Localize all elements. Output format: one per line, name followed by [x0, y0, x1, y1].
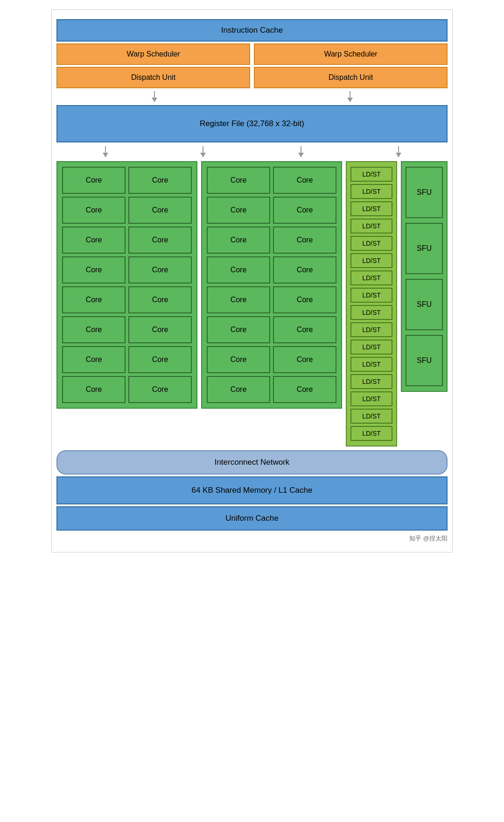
interconnect-label: Interconnect Network [215, 458, 290, 467]
core-2a-8: Core [207, 376, 270, 403]
main-content-row: Core Core Core Core Core Core Core Core … [56, 161, 448, 446]
core-2a-5: Core [207, 286, 270, 313]
warp-scheduler-1-block: Warp Scheduler [56, 43, 250, 65]
ldst-10: LD/ST [350, 322, 392, 337]
register-file-block: Register File (32,768 x 32-bit) [56, 105, 448, 142]
uniform-cache-block: Uniform Cache [56, 506, 448, 531]
core-2a-3: Core [207, 227, 270, 254]
core-1b-4: Core [128, 256, 192, 283]
core-1a-3: Core [62, 227, 126, 254]
dispatch-unit-2-block: Dispatch Unit [254, 67, 448, 88]
gpu-sm-diagram: Instruction Cache Warp Scheduler Warp Sc… [51, 9, 453, 553]
core-2b-3: Core [273, 227, 336, 254]
core-2b-1: Core [273, 167, 336, 194]
core-2a-1: Core [207, 167, 270, 194]
ldst-15: LD/ST [350, 409, 392, 424]
core-2b-2: Core [273, 197, 336, 224]
dispatch-unit-2-label: Dispatch Unit [329, 73, 373, 81]
core-1a-1: Core [62, 167, 126, 194]
watermark: 知乎 @捏太阳 [409, 534, 448, 543]
core-group-1: Core Core Core Core Core Core Core Core … [56, 161, 197, 409]
core-2b-5: Core [273, 286, 336, 313]
ldst-8: LD/ST [350, 288, 392, 303]
sfu-2: SFU [406, 223, 443, 274]
arrow-left [152, 91, 157, 102]
watermark-text: 知乎 @捏太阳 [409, 535, 448, 542]
core-2a-2: Core [207, 197, 270, 224]
core-1a-2: Core [62, 197, 126, 224]
arrow-1 [103, 146, 108, 157]
ldst-9: LD/ST [350, 305, 392, 320]
core-1b-7: Core [128, 346, 192, 373]
core-1b-2: Core [128, 197, 192, 224]
core-1b-3: Core [128, 227, 192, 254]
uniform-cache-label: Uniform Cache [225, 514, 278, 523]
warp-scheduler-2-label: Warp Scheduler [324, 50, 377, 58]
core-2b-6: Core [273, 316, 336, 343]
warp-scheduler-row: Warp Scheduler Warp Scheduler [56, 43, 448, 65]
core-1b-1: Core [128, 167, 192, 194]
arrow-4 [396, 146, 401, 157]
core-1a-5: Core [62, 286, 126, 313]
ldst-13: LD/ST [350, 374, 392, 389]
core-1b-8: Core [128, 376, 192, 403]
core-2a-6: Core [207, 316, 270, 343]
core-col-2b: Core Core Core Core Core Core Core Core [273, 167, 336, 403]
core-group-2: Core Core Core Core Core Core Core Core … [201, 161, 342, 409]
shared-memory-label: 64 KB Shared Memory / L1 Cache [192, 486, 313, 495]
ldst-11: LD/ST [350, 340, 392, 354]
shared-memory-block: 64 KB Shared Memory / L1 Cache [56, 476, 448, 504]
instruction-cache-label: Instruction Cache [221, 26, 283, 35]
arrows-to-register [56, 90, 448, 103]
core-col-2a: Core Core Core Core Core Core Core Core [207, 167, 270, 403]
dispatch-unit-1-block: Dispatch Unit [56, 67, 250, 88]
ldst-3: LD/ST [350, 201, 392, 216]
ldst-1: LD/ST [350, 167, 392, 182]
core-1a-8: Core [62, 376, 126, 403]
arrows-to-main [56, 144, 448, 159]
core-2b-4: Core [273, 256, 336, 283]
warp-scheduler-2-block: Warp Scheduler [254, 43, 448, 65]
ldst-5: LD/ST [350, 236, 392, 251]
dispatch-unit-1-label: Dispatch Unit [131, 73, 175, 81]
ldst-7: LD/ST [350, 270, 392, 285]
sfu-4: SFU [406, 335, 443, 386]
dispatch-unit-row: Dispatch Unit Dispatch Unit [56, 67, 448, 88]
sfu-3: SFU [406, 279, 443, 330]
arrow-right [347, 91, 353, 102]
core-2a-4: Core [207, 256, 270, 283]
register-file-label: Register File (32,768 x 32-bit) [200, 119, 304, 128]
ldst-16: LD/ST [350, 426, 392, 441]
warp-scheduler-1-label: Warp Scheduler [126, 50, 180, 58]
core-1a-7: Core [62, 346, 126, 373]
core-1a-4: Core [62, 256, 126, 283]
arrow-2 [200, 146, 206, 157]
ldst-group: LD/ST LD/ST LD/ST LD/ST LD/ST LD/ST LD/S… [346, 161, 397, 446]
core-1a-6: Core [62, 316, 126, 343]
core-2a-7: Core [207, 346, 270, 373]
ldst-14: LD/ST [350, 391, 392, 406]
interconnect-block: Interconnect Network [56, 450, 448, 475]
ldst-12: LD/ST [350, 357, 392, 372]
sfu-group: SFU SFU SFU SFU [401, 161, 448, 392]
ldst-6: LD/ST [350, 253, 392, 268]
ldst-4: LD/ST [350, 219, 392, 234]
core-col-1a: Core Core Core Core Core Core Core Core [62, 167, 126, 403]
instruction-cache-block: Instruction Cache [56, 19, 448, 42]
core-2b-7: Core [273, 346, 336, 373]
sfu-1: SFU [406, 167, 443, 218]
core-1b-6: Core [128, 316, 192, 343]
arrow-3 [298, 146, 304, 157]
core-col-1b: Core Core Core Core Core Core Core Core [128, 167, 192, 403]
core-1b-5: Core [128, 286, 192, 313]
core-2b-8: Core [273, 376, 336, 403]
ldst-2: LD/ST [350, 184, 392, 199]
